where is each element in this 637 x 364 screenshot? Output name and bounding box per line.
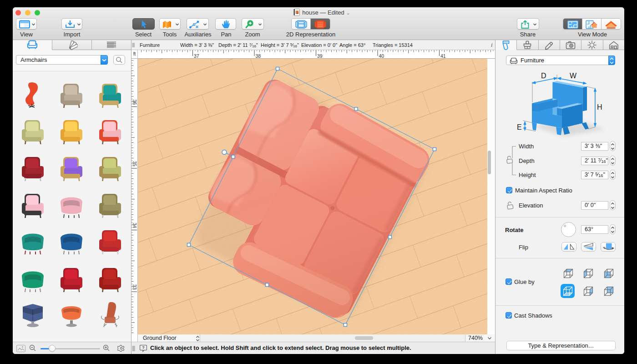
svg-text:40: 40	[379, 53, 384, 59]
svg-text:?: ?	[142, 345, 145, 350]
svg-text:36: 36	[132, 100, 137, 105]
svg-text:E: E	[517, 123, 522, 131]
svg-text:35: 35	[132, 161, 137, 167]
svg-text:H: H	[597, 103, 602, 111]
svg-text:33: 33	[132, 284, 137, 290]
svg-text:38: 38	[256, 53, 261, 59]
svg-text:34: 34	[132, 223, 137, 228]
svg-text:39: 39	[317, 53, 323, 59]
svg-text:37: 37	[194, 53, 199, 59]
svg-text:D: D	[541, 72, 546, 80]
svg-text:41: 41	[440, 53, 446, 59]
svg-text:W: W	[570, 72, 577, 80]
